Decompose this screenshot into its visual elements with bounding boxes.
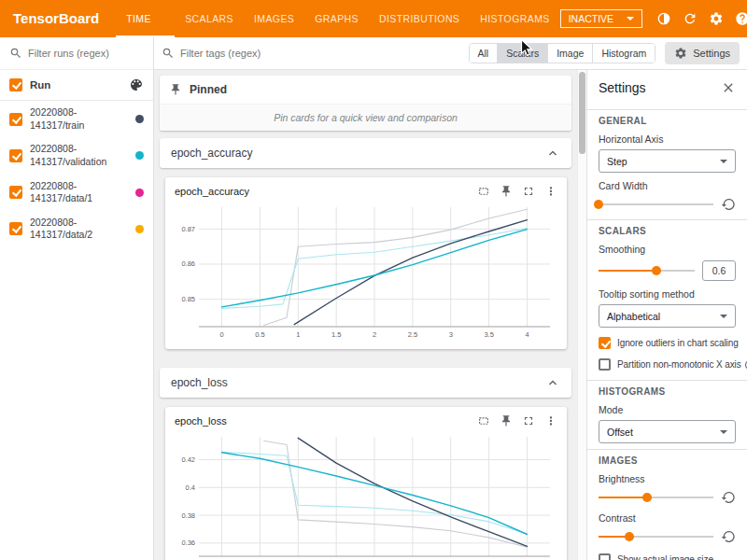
run-list-item[interactable]: 20220808-141317/data/1 [0,175,153,211]
slider-thumb[interactable] [642,493,652,502]
run-checkbox[interactable] [9,113,22,126]
close-icon[interactable] [721,80,736,95]
contrast-slider[interactable] [599,531,713,542]
partition-x-axis-label: Partition non-monotonic X axis [617,359,741,370]
nav-tab-scalars[interactable]: SCALARS [175,0,244,37]
chevron-up-icon[interactable] [545,146,560,161]
help-icon [735,11,747,26]
section-header[interactable]: epoch_accuracy [160,138,571,168]
filter-runs-input[interactable] [28,48,144,59]
slider-thumb[interactable] [594,200,603,209]
more-options-icon[interactable] [544,185,557,198]
smoothing-label: Smoothing [599,244,736,255]
filter-chip-all[interactable]: All [470,44,498,63]
info-icon[interactable] [744,359,747,371]
reset-icon[interactable] [721,529,736,544]
refresh-button[interactable] [678,7,702,31]
pinned-card: Pinned Pin cards for a quick view and co… [160,76,571,131]
filter-chip-scalars[interactable]: Scalars [497,44,547,63]
filter-chip-histogram[interactable]: Histogram [592,44,655,63]
nav-tab-images[interactable]: IMAGES [244,0,304,37]
smoothing-value-input[interactable]: 0.6 [702,260,736,281]
more-options-icon[interactable] [544,414,557,427]
run-label: 20220808-141317/data/1 [30,180,128,205]
tag-section: epoch_loss epoch_loss 00.511.522.533.540… [160,368,571,560]
fit-to-data-icon[interactable] [477,185,490,198]
filter-chip-image[interactable]: Image [547,44,592,63]
svg-text:3: 3 [449,330,453,339]
run-checkbox[interactable] [9,186,22,199]
app-logo[interactable]: TensorBoard [0,0,116,37]
scrollbar-thumb[interactable] [579,72,585,154]
help-button[interactable] [730,7,747,31]
line-chart[interactable]: 00.511.522.533.540.850.860.87 [173,202,559,342]
nav-tabs: TIME SERIESSCALARSIMAGESGRAPHSDISTRIBUTI… [116,0,559,37]
smoothing-slider[interactable] [599,265,695,276]
vertical-scrollbar[interactable] [577,70,586,560]
line-chart[interactable]: 00.511.522.533.540.360.380.40.42 [173,431,559,560]
run-column-label: Run [30,79,121,91]
select-all-runs-checkbox[interactable] [9,78,22,91]
contrast-icon [656,11,671,26]
run-list-item[interactable]: 20220808-141317/validation [0,137,153,174]
horizontal-axis-select[interactable]: Step [599,149,736,173]
card-width-slider[interactable] [599,199,713,210]
tag-sections: epoch_accuracy epoch_accuracy 00.511.522… [160,138,571,560]
show-actual-size-checkbox[interactable] [599,553,611,560]
slider-thumb[interactable] [652,266,661,275]
divider [587,380,747,381]
svg-text:1.5: 1.5 [331,330,341,339]
fit-to-data-icon[interactable] [477,414,490,427]
settings-button[interactable]: Settings [665,42,740,64]
nav-tab-graphs[interactable]: GRAPHS [304,0,369,37]
chart-card: epoch_accuracy 00.511.522.533.540.850.86… [165,177,567,349]
run-checkbox[interactable] [9,222,22,235]
global-settings-button[interactable] [704,7,728,31]
settings-button-label: Settings [693,48,730,59]
brightness-slider[interactable] [599,492,713,503]
horizontal-axis-value: Step [607,156,627,167]
svg-text:0.85: 0.85 [181,295,195,303]
fullscreen-icon[interactable] [522,414,535,427]
nav-tab-time-series[interactable]: TIME SERIES [116,0,175,37]
tensorboard-app: TensorBoard TIME SERIESSCALARSIMAGESGRAP… [0,0,747,560]
general-section-heading: GENERAL [599,116,736,126]
nav-tab-histograms[interactable]: HISTOGRAMS [470,0,559,37]
section-title: epoch_loss [171,376,228,389]
reset-icon[interactable] [721,490,736,505]
chart-toolbar [477,185,557,198]
tag-section: epoch_accuracy epoch_accuracy 00.511.522… [160,138,571,360]
palette-icon[interactable] [129,77,144,92]
tooltip-sort-select[interactable]: Alphabetical [599,304,736,328]
filter-runs-field [0,37,153,70]
svg-text:0.4: 0.4 [186,483,195,492]
filter-tags-field [162,47,461,60]
histogram-mode-value: Offset [607,427,633,438]
run-list-item[interactable]: 20220808-141317/data/2 [0,211,153,247]
pin-card-icon[interactable] [500,414,513,427]
settings-panel-title: Settings [599,80,646,95]
histograms-section-heading: HISTOGRAMS [599,386,736,397]
run-checkbox[interactable] [9,149,22,162]
theme-toggle-button[interactable] [652,7,676,31]
brightness-label: Brightness [599,473,736,484]
reset-icon[interactable] [721,197,736,212]
show-actual-size-row: Show actual image size [599,553,736,560]
run-list-item[interactable]: 20220808-141317/train [0,101,153,137]
ignore-outliers-checkbox[interactable] [599,337,611,349]
fullscreen-icon[interactable] [522,185,535,198]
settings-panel: Settings GENERAL Horizontal Axis Step Ca… [586,70,747,560]
histogram-mode-select[interactable]: Offset [599,420,736,443]
slider-thumb[interactable] [625,532,634,541]
nav-tab-distributions[interactable]: DISTRIBUTIONS [369,0,470,37]
partition-x-axis-checkbox[interactable] [599,358,611,371]
chevron-up-icon[interactable] [545,375,560,390]
svg-text:0.36: 0.36 [181,539,195,547]
tooltip-sort-value: Alphabetical [607,311,660,322]
section-header[interactable]: epoch_loss [160,368,571,398]
status-dropdown[interactable]: INACTIVE [560,9,642,28]
chart-card: epoch_loss 00.511.522.533.540.360.380.40… [165,407,567,560]
filter-tags-input[interactable] [180,48,461,59]
pin-card-icon[interactable] [500,185,513,198]
chevron-down-icon [720,315,727,318]
